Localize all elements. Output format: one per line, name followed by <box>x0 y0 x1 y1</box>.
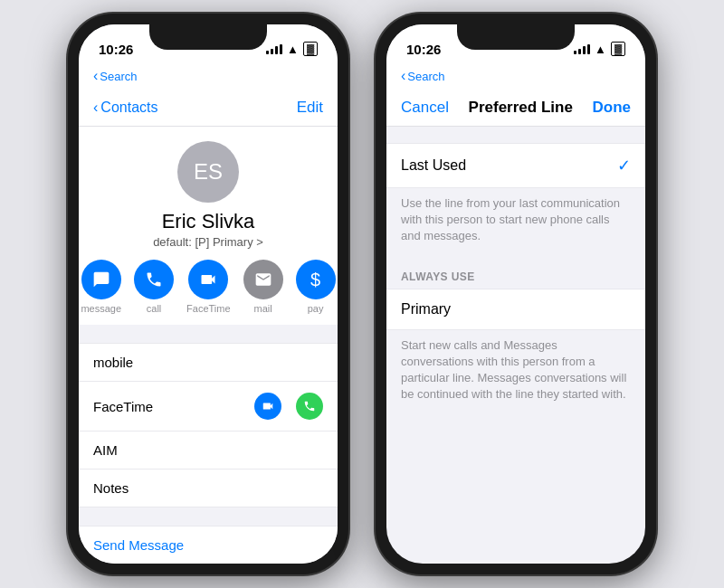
facetime-video-icon[interactable] <box>254 393 281 420</box>
actions-list-section: Send Message Share Contact Add to Favori… <box>79 526 338 564</box>
pay-label: pay <box>308 303 324 314</box>
preferred-scroll-area[interactable]: Last Used ✓ Use the line from your last … <box>386 127 645 564</box>
battery-icon-left: ▓ <box>303 42 318 56</box>
avatar: ES <box>177 141 239 203</box>
mobile-item[interactable]: mobile <box>79 343 338 382</box>
scroll-area-left[interactable]: ES Eric Slivka default: [P] Primary > me… <box>79 127 338 564</box>
phone-right-screen: 10:26 ▲ ▓ ‹ Search Cancel Preferre <box>386 24 645 564</box>
preferred-nav-bar: Cancel Preferred Line Done <box>386 91 645 127</box>
facetime-icon <box>188 260 228 299</box>
always-use-section: ALWAYS USE Primary Start new calls and M… <box>386 260 645 418</box>
pay-icon: $ <box>296 260 336 299</box>
mail-button[interactable]: mail <box>243 260 283 314</box>
phone-left: 10:26 ▲ ▓ ‹ Search ‹ Co <box>68 14 348 574</box>
search-back-left[interactable]: ‹ Search <box>93 68 138 84</box>
search-back-right[interactable]: ‹ Search <box>401 68 445 84</box>
nav-bar-left: ‹ Contacts Edit <box>79 91 338 127</box>
last-used-item[interactable]: Last Used ✓ <box>386 143 645 188</box>
search-row-left: ‹ Search <box>79 64 338 91</box>
send-message-item[interactable]: Send Message <box>79 526 338 564</box>
battery-icon-right: ▓ <box>611 42 625 56</box>
contact-name: Eric Slivka <box>162 210 255 233</box>
message-button[interactable]: message <box>81 260 121 314</box>
primary-item[interactable]: Primary <box>386 289 645 330</box>
call-button[interactable]: call <box>134 260 174 314</box>
contacts-back-button[interactable]: ‹ Contacts <box>93 100 157 116</box>
facetime-item[interactable]: FaceTime <box>79 382 338 432</box>
call-icon <box>134 260 174 299</box>
call-label: call <box>147 303 162 314</box>
done-button[interactable]: Done <box>593 99 632 117</box>
preferred-line-title: Preferred Line <box>469 99 573 117</box>
wifi-icon-right: ▲ <box>595 43 606 56</box>
signal-bars-right <box>574 43 590 54</box>
phone-left-screen: 10:26 ▲ ▓ ‹ Search ‹ Co <box>79 24 338 564</box>
last-used-description: Use the line from your last communicatio… <box>386 188 645 260</box>
status-time-right: 10:26 <box>406 42 441 57</box>
facetime-call-icon[interactable] <box>296 393 323 420</box>
phone-right: 10:26 ▲ ▓ ‹ Search Cancel Preferre <box>376 14 656 574</box>
edit-button[interactable]: Edit <box>297 99 323 117</box>
mail-label: mail <box>253 303 272 314</box>
status-time-left: 10:26 <box>99 42 133 57</box>
actions-row: message call FaceTime <box>81 260 335 314</box>
status-icons-right: ▲ ▓ <box>574 42 625 56</box>
cancel-button[interactable]: Cancel <box>401 99 449 117</box>
contact-subtitle: default: [P] Primary > <box>153 235 263 249</box>
message-label: message <box>81 303 121 314</box>
always-use-header: ALWAYS USE <box>386 260 645 289</box>
last-used-section: Last Used ✓ Use the line from your last … <box>386 143 645 260</box>
notch-right <box>457 24 575 50</box>
search-row-right: ‹ Search <box>386 64 645 91</box>
wifi-icon-left: ▲ <box>287 43 299 56</box>
aim-item[interactable]: AIM <box>79 432 338 469</box>
primary-description: Start new calls and Messages conversatio… <box>386 330 645 418</box>
checkmark-icon: ✓ <box>617 156 631 175</box>
status-icons-left: ▲ ▓ <box>266 42 318 56</box>
mail-icon <box>243 260 283 299</box>
facetime-button[interactable]: FaceTime <box>186 260 231 314</box>
contact-list-section: mobile FaceTime AIM <box>79 343 338 507</box>
pay-button[interactable]: $ pay <box>296 260 336 314</box>
facetime-action-icons <box>254 393 323 420</box>
facetime-label: FaceTime <box>186 303 231 314</box>
notes-item[interactable]: Notes <box>79 469 338 507</box>
signal-bars-left <box>266 43 282 54</box>
contact-header: ES Eric Slivka default: [P] Primary > me… <box>79 127 338 325</box>
message-icon <box>81 260 121 299</box>
notch-left <box>149 24 267 50</box>
